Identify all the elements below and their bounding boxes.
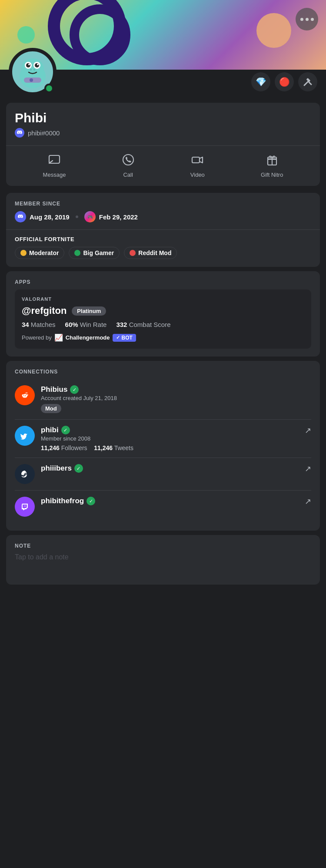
call-label: Call [123,172,133,178]
username: Phibi [15,111,311,125]
connection-steam: phiiibers ✓ ↗ [15,458,311,491]
call-icon [122,154,134,169]
svg-point-7 [37,64,39,65]
svg-line-14 [309,82,311,84]
mod-badge: Mod [41,404,61,413]
twitch-icon [15,497,35,517]
svg-point-25 [20,501,30,512]
powered-row: Powered by 📈 Challengermode ✓ BOT [22,333,304,342]
roles-row: Moderator Big Gamer Reddit Mod [15,247,311,259]
gift-nitro-button[interactable]: Gift Nitro [261,154,283,178]
apps-section: APPS VALORANT @refgiton Platinum 34 Matc… [6,271,320,357]
message-icon [48,154,60,169]
matches-stat: 34 Matches [22,321,56,328]
avatar-row: 💎 🔴 [0,48,326,96]
message-button[interactable]: Message [43,154,66,178]
steam-username: phiiibers [41,464,72,473]
reddit-verified-icon: ✓ [70,385,79,394]
boost-icon-button[interactable]: 🔴 [275,72,294,91]
challengermode-icon: 📈 [54,333,63,342]
rank-badge: Platinum [72,306,106,316]
combat-stat: 332 Combat Score [116,321,170,328]
steam-external-link[interactable]: ↗ [305,464,311,474]
role-big-gamer[interactable]: Big Gamer [69,247,120,259]
valorant-stats: 34 Matches 60% Win Rate 332 Combat Score [22,321,304,328]
connection-twitter: phibi ✓ Member since 2008 11,246 Followe… [15,420,311,458]
official-fortnite-title: OFFICIAL FORTNITE [15,236,311,242]
call-button[interactable]: Call [122,154,134,178]
twitter-followers-value: 11,246 [41,444,60,451]
twitch-username: phibithefrog [41,497,84,505]
bot-label: BOT [122,335,133,341]
reddit-sub-text: Account created July 21, 2018 [41,395,311,401]
server-icon: 🎮 [84,211,96,222]
message-label: Message [43,172,66,178]
connection-reddit: Phibius ✓ Account created July 21, 2018 … [15,379,311,420]
twitter-sub-text: Member since 2008 [41,435,311,442]
video-button[interactable]: Video [190,154,205,178]
profile-card: Phibi phibi#0000 Message [6,103,320,186]
gift-nitro-label: Gift Nitro [261,172,283,178]
reddit-icon [15,385,35,405]
steam-verified-icon: ✓ [74,464,83,473]
note-label: NOTE [15,543,311,549]
discord-member-icon [15,211,26,222]
svg-point-11 [30,78,33,82]
valorant-game-label: VALORANT [22,296,304,302]
steam-connection-info: phiiibers ✓ [41,464,311,474]
server-join-date: Feb 29, 2022 [99,213,138,221]
svg-point-4 [26,63,30,67]
svg-point-6 [28,64,30,65]
member-since-section: MEMBER SINCE Aug 28, 2019 🎮 Feb 29, 2022… [6,193,320,267]
svg-rect-17 [192,157,200,163]
discord-join-date: Aug 28, 2019 [30,213,70,221]
avatar [9,48,57,96]
svg-point-8 [30,69,32,71]
role-moderator[interactable]: Moderator [15,247,64,259]
svg-rect-13 [306,78,310,82]
svg-point-1 [21,58,44,79]
reddit-connection-info: Phibius ✓ Account created July 21, 2018 … [41,385,311,413]
twitter-followers-label: Followers [61,444,87,451]
challengermode-name: Challengermode [66,334,110,341]
valorant-card: VALORANT @refgiton Platinum 34 Matches 6… [15,289,311,349]
connections-section: CONNECTIONS Phibius ✓ Account created Ju… [6,361,320,531]
role-reddit-mod[interactable]: Reddit Mod [124,247,177,259]
twitter-external-link[interactable]: ↗ [305,426,311,435]
connection-twitch: phibithefrog ✓ ↗ [15,491,311,523]
connections-label: CONNECTIONS [15,369,311,375]
gift-icon [266,154,278,169]
twitch-connection-info: phibithefrog ✓ [41,497,311,506]
twitter-icon [15,426,35,446]
winrate-stat: 60% Win Rate [65,321,107,328]
video-icon [191,154,203,169]
svg-point-16 [123,155,133,165]
powered-by-text: Powered by [22,334,52,341]
more-options-button[interactable] [296,8,318,30]
twitch-verified-icon: ✓ [86,497,95,505]
svg-point-5 [35,63,39,67]
twitter-username: phibi [41,426,59,434]
video-label: Video [190,172,205,178]
twitter-stats: 11,246 Followers 11,246 Tweets [41,444,311,451]
note-section: NOTE [6,535,320,585]
member-since-label: MEMBER SINCE [15,201,311,207]
steam-icon [15,464,35,484]
online-status [44,84,54,93]
valorant-username: @refgiton [22,305,67,316]
note-input[interactable] [15,553,311,575]
apps-label: APPS [15,279,311,285]
twitter-tweets-value: 11,246 [94,444,113,451]
twitch-external-link[interactable]: ↗ [305,497,311,506]
twitter-connection-info: phibi ✓ Member since 2008 11,246 Followe… [41,426,311,451]
twitter-tweets-label: Tweets [114,444,133,451]
twitter-verified-icon: ✓ [61,426,70,434]
gem-icon-button[interactable]: 💎 [251,72,270,91]
bot-badge: ✓ BOT [113,334,136,342]
discriminator-text: phibi#0000 [28,129,60,137]
reddit-username: Phibius [41,385,67,394]
svg-point-9 [33,69,35,71]
tools-icon-button[interactable] [298,72,317,91]
discord-icon [15,128,24,138]
action-buttons-row: Message Call Video [15,146,311,186]
